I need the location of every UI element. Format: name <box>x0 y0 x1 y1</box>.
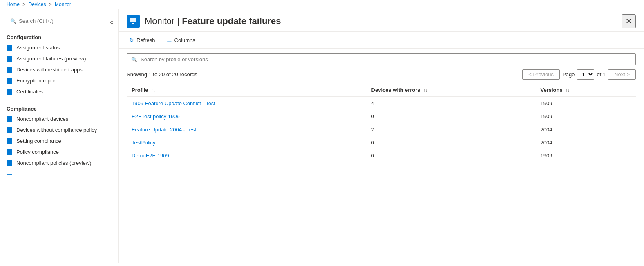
profile-link[interactable]: Feature Update 2004 - Test <box>132 126 196 133</box>
noncompliant-devices-icon <box>7 116 12 122</box>
cell-versions: 1909 <box>536 97 636 110</box>
sidebar-divider-1 <box>7 100 112 100</box>
table-row: DemoE2E 190901909 <box>127 149 636 162</box>
sidebar-item-policy-compliance[interactable]: Policy compliance <box>0 146 118 157</box>
sidebar-item-devices-restricted[interactable]: Devices with restricted apps <box>0 64 118 75</box>
search-bar[interactable]: 🔍 <box>127 53 636 65</box>
cell-versions: 1909 <box>536 110 636 123</box>
records-summary: Showing 1 to 20 of 20 records <box>127 71 197 78</box>
profile-link[interactable]: DemoE2E 1909 <box>132 153 169 159</box>
columns-button[interactable]: ☰ Columns <box>164 35 198 45</box>
sidebar-item-assignment-status[interactable]: Assignment status <box>0 42 118 53</box>
sidebar-item-noncompliant-policies[interactable]: Noncompliant policies (preview) <box>0 157 118 168</box>
refresh-button[interactable]: ↻ Refresh <box>127 35 158 45</box>
next-button[interactable]: Next > <box>608 69 636 80</box>
svg-rect-0 <box>130 18 136 22</box>
sidebar-item-label: Devices without compliance policy <box>16 127 97 133</box>
cell-profile: 1909 Feature Update Conflict - Test <box>127 97 367 110</box>
setting-compliance-icon <box>7 138 12 144</box>
sidebar-item-encryption[interactable]: Encryption report <box>0 75 118 86</box>
profile-link[interactable]: TestPolicy <box>132 140 156 146</box>
sidebar-item-label: Devices with restricted apps <box>16 66 83 73</box>
cell-devices-errors: 2 <box>367 123 536 136</box>
cell-devices-errors: 0 <box>367 110 536 123</box>
data-table: Profile ↑↓ Devices with errors ↑↓ Versio… <box>127 84 636 162</box>
cell-profile: TestPolicy <box>127 136 367 149</box>
collapse-button[interactable]: « <box>108 19 115 25</box>
records-row: Showing 1 to 20 of 20 records < Previous… <box>127 69 636 80</box>
sidebar-item-label: Encryption report <box>16 78 57 84</box>
cell-devices-errors: 0 <box>367 149 536 162</box>
table-body: 1909 Feature Update Conflict - Test41909… <box>127 97 636 162</box>
top-bar: Home > Devices > Monitor <box>0 0 644 9</box>
devices-errors-sort-icon[interactable]: ↑↓ <box>423 88 427 93</box>
svg-rect-2 <box>131 24 135 24</box>
sidebar-search-icon: 🔍 <box>10 18 16 24</box>
breadcrumb: Home > Devices > Monitor <box>7 2 71 7</box>
monitor-svg-icon <box>129 17 137 25</box>
sidebar-search[interactable]: 🔍 <box>7 16 103 26</box>
table-header: Profile ↑↓ Devices with errors ↑↓ Versio… <box>127 84 636 97</box>
sidebar-item-label: Certificates <box>16 89 43 95</box>
sidebar: 🔍 « Configuration Assignment status Assi… <box>0 9 119 263</box>
assignment-status-icon <box>7 45 12 51</box>
table-row: Feature Update 2004 - Test22004 <box>127 123 636 136</box>
sidebar-item-label: Assignment status <box>16 44 60 51</box>
main-content: Monitor | Feature update failures ✕ ↻ Re… <box>119 9 644 263</box>
sidebar-item-certificates[interactable]: Certificates <box>0 86 118 97</box>
page-select[interactable]: 1 <box>577 69 594 80</box>
col-header-devices-errors: Devices with errors ↑↓ <box>367 84 536 97</box>
sidebar-item-label: Noncompliant devices <box>16 116 68 122</box>
page-title: Monitor | Feature update failures <box>145 16 281 27</box>
search-input[interactable] <box>141 56 631 62</box>
sidebar-item-noncompliant-devices[interactable]: Noncompliant devices <box>0 113 118 124</box>
cell-versions: 2004 <box>536 123 636 136</box>
page-icon <box>127 15 140 28</box>
sidebar-search-input[interactable] <box>19 18 100 24</box>
page-header: Monitor | Feature update failures ✕ <box>119 9 644 32</box>
col-header-versions: Versions ↑↓ <box>536 84 636 97</box>
noncompliant-policies-icon <box>7 160 12 166</box>
configuration-section-label: Configuration <box>0 31 118 42</box>
table-row: TestPolicy02004 <box>127 136 636 149</box>
search-icon: 🔍 <box>131 57 137 62</box>
table-row: E2ETest policy 190901909 <box>127 110 636 123</box>
refresh-icon: ↻ <box>129 37 134 43</box>
table-row: 1909 Feature Update Conflict - Test41909 <box>127 97 636 110</box>
cell-versions: 1909 <box>536 149 636 162</box>
of-label: of 1 <box>597 71 606 78</box>
content-area: 🔍 Showing 1 to 20 of 20 records < Previo… <box>119 49 644 263</box>
breadcrumb-home[interactable]: Home <box>7 2 20 7</box>
assignment-failures-icon <box>7 56 12 62</box>
sidebar-item-label: Assignment failures (preview) <box>16 55 86 62</box>
columns-icon: ☰ <box>167 37 172 43</box>
policy-compliance-icon <box>7 149 12 155</box>
svg-rect-1 <box>132 23 134 24</box>
encryption-icon <box>7 78 12 84</box>
cell-profile: E2ETest policy 1909 <box>127 110 367 123</box>
refresh-label: Refresh <box>136 37 155 43</box>
more-link[interactable]: — <box>0 168 118 180</box>
profile-link[interactable]: 1909 Feature Update Conflict - Test <box>132 100 215 106</box>
toolbar: ↻ Refresh ☰ Columns <box>119 32 644 49</box>
cell-devices-errors: 4 <box>367 97 536 110</box>
devices-restricted-icon <box>7 67 12 73</box>
sidebar-item-label: Noncompliant policies (preview) <box>16 160 92 166</box>
sidebar-item-no-compliance-policy[interactable]: Devices without compliance policy <box>0 124 118 135</box>
pagination: < Previous Page 1 of 1 Next > <box>522 69 636 80</box>
no-compliance-policy-icon <box>7 127 12 133</box>
previous-button[interactable]: < Previous <box>522 69 560 80</box>
breadcrumb-monitor[interactable]: Monitor <box>55 2 71 7</box>
profile-sort-icon[interactable]: ↑↓ <box>151 88 155 93</box>
sidebar-item-label: Setting compliance <box>16 138 61 144</box>
cell-devices-errors: 0 <box>367 136 536 149</box>
versions-sort-icon[interactable]: ↑↓ <box>566 88 570 93</box>
sidebar-item-label: Policy compliance <box>16 149 59 155</box>
breadcrumb-devices[interactable]: Devices <box>29 2 46 7</box>
cell-profile: DemoE2E 1909 <box>127 149 367 162</box>
sidebar-item-setting-compliance[interactable]: Setting compliance <box>0 135 118 146</box>
close-button[interactable]: ✕ <box>622 14 636 28</box>
certificates-icon <box>7 89 12 95</box>
profile-link[interactable]: E2ETest policy 1909 <box>132 113 180 120</box>
sidebar-item-assignment-failures[interactable]: Assignment failures (preview) <box>0 53 118 64</box>
